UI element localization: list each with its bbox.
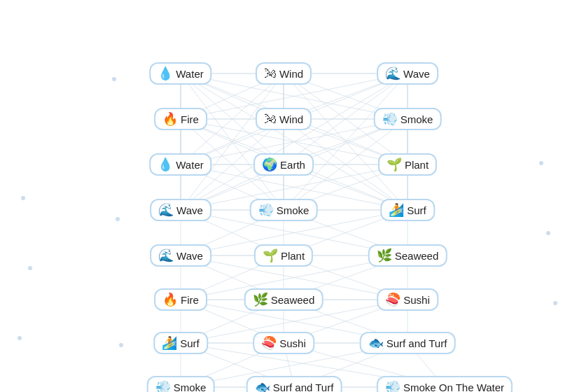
decorative-dot [539, 161, 543, 165]
node-icon-21: 💨 [155, 381, 171, 392]
node-label-0: Water [176, 68, 203, 80]
node-icon-8: 🌱 [387, 158, 402, 171]
node-icon-9: 🌊 [158, 204, 174, 216]
decorative-dot [112, 77, 116, 81]
node-wave-9[interactable]: 🌊Wave [150, 199, 211, 221]
node-water-0[interactable]: 💧Water [149, 62, 211, 85]
node-surf-and-turf-20[interactable]: 🐟Surf and Turf [360, 332, 456, 354]
node-label-16: Seaweed [271, 294, 315, 306]
node-fire-3[interactable]: 🔥Fire [154, 108, 207, 130]
node-label-10: Smoke [277, 204, 310, 216]
decorative-dot [116, 217, 120, 221]
node-icon-19: 🍣 [261, 337, 277, 349]
node-seaweed-16[interactable]: 🌿Seaweed [244, 288, 324, 311]
node-label-17: Sushi [403, 294, 430, 306]
node-label-18: Surf [180, 337, 200, 349]
node-smoke-5[interactable]: 💨Smoke [374, 108, 442, 130]
node-icon-2: 🌊 [385, 67, 401, 80]
node-seaweed-14[interactable]: 🌿Seaweed [368, 244, 447, 267]
node-water-6[interactable]: 💧Water [149, 153, 211, 176]
node-wave-12[interactable]: 🌊Wave [150, 244, 211, 267]
node-label-11: Surf [407, 204, 426, 216]
node-label-21: Smoke [174, 382, 207, 393]
node-smoke-21[interactable]: 💨Smoke [147, 376, 215, 392]
svg-line-9 [181, 74, 284, 210]
node-label-3: Fire [181, 113, 199, 125]
node-icon-18: 🏄 [162, 337, 177, 349]
node-label-5: Smoke [401, 113, 433, 125]
node-surf-and-turf-22[interactable]: 🐟Surf and Turf [246, 376, 342, 392]
node-plant-13[interactable]: 🌱Plant [254, 244, 313, 267]
node-sushi-17[interactable]: 🍣Sushi [377, 288, 438, 311]
node-icon-14: 🌿 [377, 249, 392, 262]
node-icon-5: 💨 [382, 113, 398, 125]
node-label-4: Wind [279, 113, 303, 125]
node-wind-1[interactable]: 🌬Wind [256, 62, 312, 85]
node-icon-6: 💧 [158, 158, 173, 171]
decorative-dot [28, 266, 32, 270]
node-smoke-on-the-water-23[interactable]: 💨Smoke On The Water [377, 376, 513, 392]
node-icon-23: 💨 [385, 381, 401, 392]
node-earth-7[interactable]: 🌍Earth [253, 153, 314, 176]
node-icon-20: 🐟 [368, 337, 384, 349]
node-label-20: Surf and Turf [387, 337, 447, 349]
node-label-14: Seaweed [395, 250, 439, 262]
node-label-1: Wind [279, 68, 303, 80]
node-icon-13: 🌱 [263, 249, 278, 262]
decorative-dot [546, 231, 550, 235]
node-icon-16: 🌿 [253, 293, 268, 306]
node-wave-2[interactable]: 🌊Wave [377, 62, 438, 85]
node-icon-22: 🐟 [255, 381, 270, 392]
node-label-6: Water [176, 159, 203, 171]
node-icon-0: 💧 [158, 67, 173, 80]
node-label-9: Wave [176, 204, 203, 216]
node-label-2: Wave [403, 68, 430, 80]
node-icon-3: 🔥 [162, 113, 178, 125]
decorative-dot [119, 343, 123, 347]
svg-line-18 [181, 74, 284, 210]
node-icon-12: 🌊 [158, 249, 174, 262]
node-icon-11: 🏄 [389, 204, 404, 216]
node-plant-8[interactable]: 🌱Plant [378, 153, 437, 176]
decorative-dot [21, 196, 25, 200]
node-surf-18[interactable]: 🏄Surf [153, 332, 208, 354]
node-label-15: Fire [181, 294, 199, 306]
node-label-19: Sushi [279, 337, 306, 349]
node-icon-7: 🌍 [262, 158, 277, 171]
node-label-12: Wave [176, 250, 203, 262]
svg-line-28 [284, 74, 408, 210]
graph-container: 💧Water🌬Wind🌊Wave🔥Fire🌬Wind💨Smoke💧Water🌍E… [0, 21, 570, 392]
svg-line-20 [284, 74, 408, 210]
node-fire-15[interactable]: 🔥Fire [154, 288, 207, 311]
node-label-13: Plant [281, 250, 305, 262]
node-smoke-10[interactable]: 💨Smoke [250, 199, 318, 221]
node-label-8: Plant [405, 159, 429, 171]
node-label-7: Earth [280, 159, 305, 171]
node-icon-15: 🔥 [162, 293, 178, 306]
node-icon-17: 🍣 [385, 293, 401, 306]
svg-line-27 [181, 74, 408, 210]
node-wind-4[interactable]: 🌬Wind [256, 108, 312, 130]
node-surf-11[interactable]: 🏄Surf [380, 199, 435, 221]
decorative-dot [553, 301, 557, 305]
svg-line-10 [181, 74, 408, 210]
node-icon-4: 🌬 [264, 113, 277, 125]
node-icon-1: 🌬 [264, 67, 277, 80]
node-icon-10: 💨 [258, 204, 274, 216]
node-sushi-19[interactable]: 🍣Sushi [253, 332, 314, 354]
node-label-23: Smoke On The Water [403, 382, 504, 393]
node-label-22: Surf and Turf [273, 382, 334, 393]
decorative-dot [18, 336, 22, 340]
